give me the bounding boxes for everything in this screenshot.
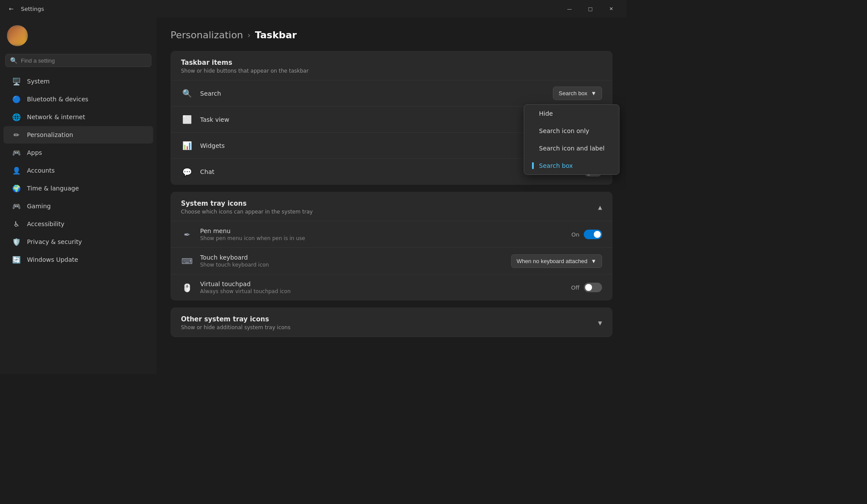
dropdown-touch-keyboard[interactable]: When no keyboard attached ▼ — [511, 254, 602, 268]
menu-item-search-icon-label[interactable]: Search icon and label — [524, 140, 619, 157]
menu-label-search-icon-only: Search icon only — [539, 127, 589, 134]
taskbar-items-header: Taskbar items Show or hide buttons that … — [171, 51, 613, 80]
nav-icon-bluetooth: 🔵 — [12, 95, 21, 103]
system-tray-header[interactable]: System tray icons Choose which icons can… — [171, 192, 613, 221]
sidebar-item-bluetooth[interactable]: 🔵 Bluetooth & devices — [3, 90, 153, 108]
taskbar-items-subtitle: Show or hide buttons that appear on the … — [181, 68, 602, 74]
setting-info-search: Search — [200, 90, 553, 97]
nav-icon-accessibility: ♿ — [12, 220, 21, 228]
setting-icon-virtual-touchpad: 🖱️ — [181, 281, 193, 294]
dropdown-chevron-search: ▼ — [591, 90, 596, 97]
breadcrumb-current: Taskbar — [255, 30, 297, 40]
tray-item-touch-keyboard: ⌨️ Touch keyboard Show touch keyboard ic… — [171, 248, 613, 274]
menu-label-search-box: Search box — [539, 162, 573, 169]
menu-tick-search-icon-label — [532, 145, 534, 152]
setting-name-pen-menu: Pen menu — [200, 227, 572, 234]
setting-name-widgets: Widgets — [200, 142, 571, 149]
other-tray-chevron-icon: ▼ — [598, 320, 602, 326]
menu-label-hide: Hide — [539, 110, 553, 117]
sidebar-item-time[interactable]: 🌍 Time & language — [3, 180, 153, 197]
setting-name-chat: Chat — [200, 168, 571, 175]
window-controls: — □ ✕ — [559, 2, 621, 16]
breadcrumb-separator: › — [248, 30, 251, 40]
toggle-thumb-pen-menu — [594, 231, 601, 238]
menu-tick-search-icon-only — [532, 127, 534, 134]
nav-label-accounts: Accounts — [27, 167, 55, 174]
sidebar-item-apps[interactable]: 🎮 Apps — [3, 144, 153, 161]
nav-label-accessibility: Accessibility — [27, 220, 64, 227]
nav-icon-personalization: ✏️ — [12, 130, 21, 139]
setting-icon-pen-menu: ✒️ — [181, 228, 193, 240]
setting-info-chat: Chat — [200, 168, 571, 175]
sidebar-item-windows-update[interactable]: 🔄 Windows Update — [3, 251, 153, 268]
setting-name-virtual-touchpad: Virtual touchpad — [200, 280, 571, 287]
nav-icon-gaming: 🎮 — [12, 202, 21, 210]
nav-label-bluetooth: Bluetooth & devices — [27, 96, 88, 103]
nav-label-system: System — [27, 78, 50, 85]
toggle-pen-menu[interactable] — [584, 230, 602, 239]
setting-name-search: Search — [200, 90, 553, 97]
nav-icon-apps: 🎮 — [12, 148, 21, 157]
nav-icon-network: 🌐 — [12, 113, 21, 121]
taskbar-item-search: 🔍 Search Search box ▼ — [171, 80, 613, 107]
toggle-label-virtual-touchpad: Off — [571, 284, 579, 291]
breadcrumb: Personalization › Taskbar — [171, 30, 613, 40]
system-tray-header-text: System tray icons Choose which icons can… — [181, 200, 313, 215]
toggle-thumb-virtual-touchpad — [585, 284, 592, 291]
sidebar-item-accessibility[interactable]: ♿ Accessibility — [3, 215, 153, 233]
dropdown-search[interactable]: Search box ▼ — [553, 87, 602, 100]
setting-desc-virtual-touchpad: Always show virtual touchpad icon — [200, 288, 571, 294]
maximize-button[interactable]: □ — [580, 2, 600, 16]
other-tray-title: Other system tray icons — [181, 315, 291, 323]
setting-name-touch-keyboard: Touch keyboard — [200, 254, 511, 261]
toggle-wrap-virtual-touchpad: Off — [571, 283, 602, 292]
nav-icon-windows-update: 🔄 — [12, 255, 21, 264]
back-button[interactable]: ← — [5, 3, 17, 15]
profile-section — [0, 21, 157, 50]
setting-icon-chat: 💬 — [181, 166, 193, 178]
search-dropdown-menu: Hide Search icon only Search icon and la… — [524, 104, 619, 175]
menu-item-search-box[interactable]: Search box — [524, 157, 619, 174]
toggle-label-pen-menu: On — [572, 231, 579, 238]
nav-icon-system: 🖥️ — [12, 77, 21, 86]
nav-list: 🖥️ System 🔵 Bluetooth & devices 🌐 Networ… — [0, 72, 157, 269]
search-input[interactable] — [21, 57, 147, 64]
setting-info-task-view: Task view — [200, 116, 571, 123]
sidebar-item-personalization[interactable]: ✏️ Personalization — [3, 126, 153, 144]
menu-tick-search-box — [532, 162, 534, 169]
menu-item-search-icon-only[interactable]: Search icon only — [524, 122, 619, 140]
sidebar: 🔍 🖥️ System 🔵 Bluetooth & devices 🌐 Netw… — [0, 17, 157, 374]
close-button[interactable]: ✕ — [601, 2, 621, 16]
setting-icon-touch-keyboard: ⌨️ — [181, 255, 193, 267]
nav-label-privacy: Privacy & security — [27, 238, 82, 245]
other-tray-section: Other system tray icons Show or hide add… — [171, 307, 613, 337]
search-bar[interactable]: 🔍 — [5, 54, 151, 67]
sidebar-item-privacy[interactable]: 🛡️ Privacy & security — [3, 233, 153, 250]
system-tray-chevron-icon: ▲ — [598, 204, 602, 210]
sidebar-item-system[interactable]: 🖥️ System — [3, 73, 153, 90]
setting-name-task-view: Task view — [200, 116, 571, 123]
nav-icon-accounts: 👤 — [12, 166, 21, 175]
other-tray-header[interactable]: Other system tray icons Show or hide add… — [171, 307, 613, 337]
toggle-virtual-touchpad[interactable] — [584, 283, 602, 292]
dropdown-value-search: Search box — [559, 90, 587, 97]
nav-label-time: Time & language — [27, 185, 79, 192]
minimize-button[interactable]: — — [559, 2, 579, 16]
other-tray-subtitle: Show or hide additional system tray icon… — [181, 324, 291, 330]
toggle-wrap-pen-menu: On — [572, 230, 602, 239]
nav-label-windows-update: Windows Update — [27, 256, 78, 263]
menu-item-hide[interactable]: Hide — [524, 105, 619, 122]
setting-info-touch-keyboard: Touch keyboard Show touch keyboard icon — [200, 254, 511, 268]
sidebar-item-gaming[interactable]: 🎮 Gaming — [3, 197, 153, 215]
other-tray-header-text: Other system tray icons Show or hide add… — [181, 315, 291, 330]
nav-label-personalization: Personalization — [27, 131, 73, 138]
main-content: Personalization › Taskbar Taskbar items … — [157, 17, 626, 374]
app-title: Settings — [21, 6, 44, 12]
sidebar-item-network[interactable]: 🌐 Network & internet — [3, 108, 153, 126]
tray-item-virtual-touchpad: 🖱️ Virtual touchpad Always show virtual … — [171, 274, 613, 300]
menu-tick-hide — [532, 110, 534, 117]
sidebar-item-accounts[interactable]: 👤 Accounts — [3, 162, 153, 179]
setting-icon-widgets: 📊 — [181, 140, 193, 152]
setting-desc-touch-keyboard: Show touch keyboard icon — [200, 262, 511, 268]
setting-icon-task-view: ⬜ — [181, 113, 193, 126]
